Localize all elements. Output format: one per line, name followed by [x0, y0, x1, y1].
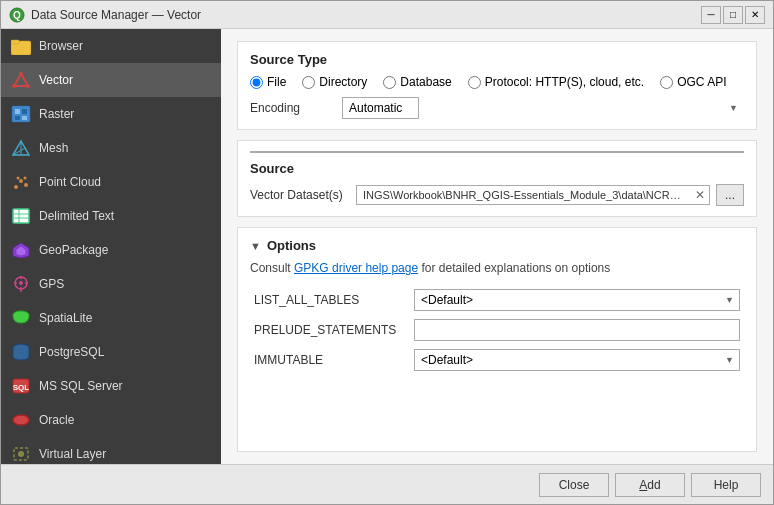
sidebar-item-raster[interactable]: Raster — [1, 97, 221, 131]
maximize-button[interactable]: □ — [723, 6, 743, 24]
encoding-select-wrapper: Automatic UTF-8 ISO-8859-1 CP1252 — [342, 97, 744, 119]
sidebar-item-gps[interactable]: GPS — [1, 267, 221, 301]
svg-rect-10 — [22, 109, 27, 114]
svg-point-20 — [24, 177, 27, 180]
svg-rect-3 — [11, 40, 19, 44]
prelude-statements-input[interactable] — [414, 319, 740, 341]
immutable-select-wrapper: <Default> YES NO — [414, 349, 740, 371]
options-key-immutable: IMMUTABLE — [250, 345, 410, 375]
svg-rect-11 — [15, 116, 20, 120]
svg-text:Q: Q — [13, 10, 21, 21]
sidebar-item-pointcloud[interactable]: Point Cloud — [1, 165, 221, 199]
add-button-label: Add — [639, 478, 660, 492]
options-section: ▼ Options Consult GPKG driver help page … — [237, 227, 757, 452]
sidebar-item-browser[interactable]: Browser — [1, 29, 221, 63]
options-header: ▼ Options — [250, 238, 744, 253]
close-button[interactable]: ✕ — [745, 6, 765, 24]
sidebar-label-virtual: Virtual Layer — [39, 447, 106, 461]
sidebar-label-postgresql: PostgreSQL — [39, 345, 104, 359]
sidebar-item-oracle[interactable]: Oracle — [1, 403, 221, 437]
minimize-button[interactable]: ─ — [701, 6, 721, 24]
radio-directory[interactable]: Directory — [302, 75, 367, 89]
encoding-select[interactable]: Automatic UTF-8 ISO-8859-1 CP1252 — [342, 97, 419, 119]
footer: Close Add Help — [1, 464, 773, 504]
svg-rect-21 — [13, 209, 29, 223]
svg-point-16 — [14, 185, 18, 189]
immutable-select[interactable]: <Default> YES NO — [414, 349, 740, 371]
sidebar-label-delimited: Delimited Text — [39, 209, 114, 223]
sidebar-item-spatialite[interactable]: SpatiaLite — [1, 301, 221, 335]
radio-protocol-label: Protocol: HTTP(S), cloud, etc. — [485, 75, 644, 89]
pointcloud-icon — [11, 172, 31, 192]
svg-point-37 — [13, 415, 29, 425]
options-row-list-all-tables: LIST_ALL_TABLES <Default> YES NO — [250, 285, 744, 315]
svg-text:SQL: SQL — [13, 383, 30, 392]
radio-directory-input[interactable] — [302, 76, 315, 89]
radio-file-input[interactable] — [250, 76, 263, 89]
dataset-clear-button[interactable]: ✕ — [691, 186, 709, 204]
source-type-title: Source Type — [250, 52, 744, 67]
sidebar-label-vector: Vector — [39, 73, 73, 87]
options-link-row: Consult GPKG driver help page for detail… — [250, 261, 744, 275]
title-bar: Q Data Source Manager — Vector ─ □ ✕ — [1, 1, 773, 29]
sidebar-item-virtual[interactable]: Virtual Layer — [1, 437, 221, 464]
mesh-icon — [11, 138, 31, 158]
help-button[interactable]: Help — [691, 473, 761, 497]
sidebar-label-spatialite: SpatiaLite — [39, 311, 92, 325]
encoding-label: Encoding — [250, 101, 330, 115]
oracle-icon — [11, 410, 31, 430]
gps-icon — [11, 274, 31, 294]
radio-directory-label: Directory — [319, 75, 367, 89]
sidebar-label-raster: Raster — [39, 107, 74, 121]
options-toggle[interactable]: ▼ — [250, 240, 261, 252]
sidebar-item-postgresql[interactable]: PostgreSQL — [1, 335, 221, 369]
sidebar-item-geopackage[interactable]: GeoPackage — [1, 233, 221, 267]
radio-file[interactable]: File — [250, 75, 286, 89]
options-driver-link[interactable]: GPKG driver help page — [294, 261, 418, 275]
sidebar-label-mssql: MS SQL Server — [39, 379, 123, 393]
svg-point-6 — [19, 72, 23, 76]
sidebar-label-browser: Browser — [39, 39, 83, 53]
radio-protocol-input[interactable] — [468, 76, 481, 89]
sidebar-item-mesh[interactable]: Mesh — [1, 131, 221, 165]
source-type-section: Source Type File Directory Database — [237, 41, 757, 130]
window: Q Data Source Manager — Vector ─ □ ✕ Bro… — [0, 0, 774, 505]
sidebar-item-delimited[interactable]: Delimited Text — [1, 199, 221, 233]
add-button[interactable]: Add — [615, 473, 685, 497]
encoding-row: Encoding Automatic UTF-8 ISO-8859-1 CP12… — [250, 97, 744, 119]
dataset-input[interactable] — [357, 186, 691, 204]
sidebar-label-gps: GPS — [39, 277, 64, 291]
radio-protocol[interactable]: Protocol: HTTP(S), cloud, etc. — [468, 75, 644, 89]
radio-ogcapi[interactable]: OGC API — [660, 75, 726, 89]
sidebar-label-mesh: Mesh — [39, 141, 68, 155]
sidebar: Browser Vector — [1, 29, 221, 464]
options-key-prelude: PRELUDE_STATEMENTS — [250, 315, 410, 345]
title-bar-controls: ─ □ ✕ — [701, 6, 765, 24]
radio-ogcapi-input[interactable] — [660, 76, 673, 89]
dataset-row: Vector Dataset(s) ✕ ... — [250, 184, 744, 206]
dataset-input-wrapper: ✕ — [356, 185, 710, 205]
close-button[interactable]: Close — [539, 473, 609, 497]
main-content: Browser Vector — [1, 29, 773, 464]
svg-point-19 — [17, 177, 20, 180]
postgresql-icon — [11, 342, 31, 362]
sidebar-item-mssql[interactable]: SQL MS SQL Server — [1, 369, 221, 403]
options-row-prelude: PRELUDE_STATEMENTS — [250, 315, 744, 345]
app-icon: Q — [9, 7, 25, 23]
list-all-tables-select-wrapper: <Default> YES NO — [414, 289, 740, 311]
radio-database[interactable]: Database — [383, 75, 451, 89]
folder-icon — [11, 36, 31, 56]
title-bar-left: Q Data Source Manager — Vector — [9, 7, 201, 23]
sidebar-label-oracle: Oracle — [39, 413, 74, 427]
options-link-prefix: Consult — [250, 261, 294, 275]
delimited-icon — [11, 206, 31, 226]
sidebar-item-vector[interactable]: Vector — [1, 63, 221, 97]
list-all-tables-select[interactable]: <Default> YES NO — [414, 289, 740, 311]
source-title: Source — [250, 151, 744, 176]
dataset-browse-button[interactable]: ... — [716, 184, 744, 206]
radio-database-input[interactable] — [383, 76, 396, 89]
sidebar-label-pointcloud: Point Cloud — [39, 175, 101, 189]
options-table: LIST_ALL_TABLES <Default> YES NO — [250, 285, 744, 375]
options-key-list-all-tables: LIST_ALL_TABLES — [250, 285, 410, 315]
svg-point-18 — [24, 183, 28, 187]
